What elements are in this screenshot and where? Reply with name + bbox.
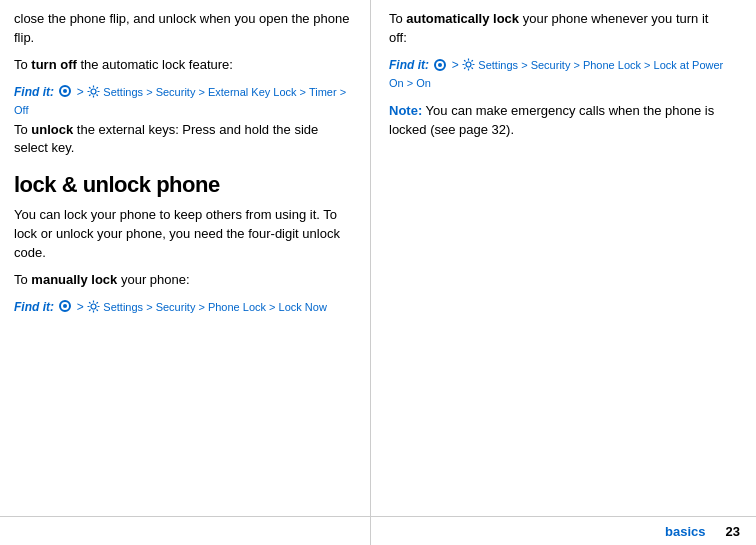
find-it-1-label: Find it: [14, 85, 54, 99]
footer: basics 23 [665, 524, 740, 539]
left-column: close the phone flip, and unlock when yo… [0, 0, 370, 545]
find-it-2-line: Find it: > Settings > Security > Phone L… [14, 298, 352, 316]
close-phone-para: close the phone flip, and unlock when yo… [14, 10, 352, 48]
find-it-3-line: Find it: > Settings > Security > Phone L… [389, 56, 726, 92]
gt-3: > [452, 58, 462, 72]
manually-bold: manually lock [31, 272, 117, 287]
gt-2: > [77, 300, 87, 314]
settings-icon-2 [87, 300, 100, 313]
footer-page-number: 23 [726, 524, 740, 539]
turn-off-bold: turn off [31, 57, 76, 72]
dot-icon-2 [59, 300, 71, 312]
find-it-1-line: Find it: > Settings > Security > Externa… [14, 83, 352, 119]
find-it-3-label: Find it: [389, 58, 429, 72]
turn-off-intro-para: To turn off the automatic lock feature: [14, 56, 352, 75]
note-label: Note: [389, 103, 422, 118]
svg-point-0 [91, 89, 96, 94]
section-para: You can lock your phone to keep others f… [14, 206, 352, 263]
gt-1: > [77, 85, 87, 99]
unlock-para: To unlock the external keys: Press and h… [14, 121, 352, 159]
section-heading: lock & unlock phone [14, 172, 352, 198]
note-text: You can make emergency calls when the ph… [389, 103, 714, 137]
right-column: To automatically lock your phone wheneve… [370, 0, 740, 545]
find-it-2-path: Settings > Security > Phone Lock > Lock … [103, 301, 327, 313]
settings-icon-1 [87, 85, 100, 98]
settings-icon-3 [462, 58, 475, 71]
dot-icon-1 [59, 85, 71, 97]
dot-icon-3 [434, 59, 446, 71]
svg-point-1 [91, 304, 96, 309]
footer-divider [0, 516, 756, 517]
auto-lock-bold: automatically lock [406, 11, 519, 26]
auto-lock-para: To automatically lock your phone wheneve… [389, 10, 726, 48]
note-para: Note: You can make emergency calls when … [389, 102, 726, 140]
svg-point-2 [466, 62, 471, 67]
find-it-2-label: Find it: [14, 300, 54, 314]
page-container: close the phone flip, and unlock when yo… [0, 0, 756, 545]
footer-basics-label: basics [665, 524, 705, 539]
unlock-bold: unlock [31, 122, 73, 137]
manually-para: To manually lock your phone: [14, 271, 352, 290]
